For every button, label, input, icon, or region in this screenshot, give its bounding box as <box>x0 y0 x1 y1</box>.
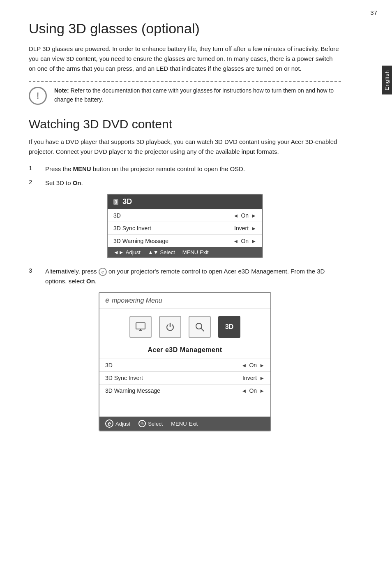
osd-title-text: 3D <box>122 197 132 206</box>
step-3-text: Alternatively, press e on your projector… <box>45 266 341 286</box>
osd-footer-1: ◄► Adjust ▲▼ Select MENU Exit <box>108 247 262 257</box>
emp-value-sync: Invert ► <box>242 375 265 381</box>
note-icon: ! <box>29 87 47 105</box>
e-button-icon: e <box>99 268 107 276</box>
emp-title-text: mpowering Menu <box>112 297 162 304</box>
emp-arrow-right-icon: ► <box>259 362 265 368</box>
osd-value-warning: ◄ On ► <box>233 238 256 244</box>
emp-footer: e Adjust ◎ Select MENU Exit <box>99 417 270 431</box>
3d-text-icon: 3D <box>225 323 233 331</box>
arrow-right-icon: ► <box>251 213 256 219</box>
emp-select-icon: ◎ <box>138 420 146 427</box>
osd-adjust: ◄► Adjust <box>113 249 141 255</box>
note-box: ! Note: Refer to the documentation that … <box>29 81 341 105</box>
osd-row-3d: 3D ◄ On ► <box>108 209 262 222</box>
empowering-menu: e mpowering Menu <box>99 292 271 431</box>
osd-warning-value: On <box>241 238 249 244</box>
emp-arrow-left-warning-icon: ◄ <box>242 388 247 394</box>
emp-spacer <box>99 397 270 413</box>
step-1: 1 Press the MENU button on the projector… <box>29 164 341 174</box>
osd-title-1: 3 3D <box>108 195 262 209</box>
emp-value-warning: ◄ On ► <box>242 387 265 394</box>
note-label: Note: <box>54 87 69 94</box>
osd-menu-1: 3 3D 3D ◄ On ► 3D Sync Invert Invert ► 3 <box>107 194 263 258</box>
osd-label-3d: 3D <box>113 212 233 219</box>
osd-select: ▲▼ Select <box>148 249 175 255</box>
emp-icon-search <box>189 316 211 338</box>
adjust-arrows-icon: ◄► <box>113 249 124 255</box>
emp-arrow-right-sync-icon: ► <box>259 375 265 381</box>
arrow-left-warning-icon: ◄ <box>233 238 239 244</box>
emp-adjust-label: Adjust <box>115 421 130 427</box>
osd-sync-value: Invert <box>234 225 249 232</box>
emp-icon-power <box>159 316 181 338</box>
svg-line-4 <box>201 328 204 331</box>
emp-menu-label: MENU <box>171 421 187 427</box>
emp-label-3d: 3D <box>105 362 242 368</box>
emp-value-3d: ◄ On ► <box>242 362 265 368</box>
osd-value-sync: Invert ► <box>234 225 256 232</box>
step-2-num: 2 <box>29 178 45 185</box>
emp-select: ◎ Select <box>138 420 163 427</box>
language-tab: English <box>382 66 392 95</box>
osd-row-sync: 3D Sync Invert Invert ► <box>108 222 262 234</box>
step-2: 2 Set 3D to On. <box>29 178 341 188</box>
step-3: 3 Alternatively, press e on your project… <box>29 266 341 286</box>
osd-value-3d: ◄ On ► <box>233 212 256 219</box>
step-3-num: 3 <box>29 266 45 274</box>
emp-label-warning: 3D Warning Message <box>105 387 242 394</box>
emp-row-3d: 3D ◄ On ► <box>99 359 270 371</box>
emp-arrow-left-icon: ◄ <box>242 362 247 368</box>
menu-label: MENU <box>182 249 198 255</box>
emp-sync-value: Invert <box>242 375 257 381</box>
emp-icons-row: 3D <box>99 308 270 343</box>
e-italic-icon: e <box>105 296 109 305</box>
svg-rect-0 <box>136 323 145 329</box>
emp-title: e mpowering Menu <box>99 293 270 308</box>
arrow-right-sync-icon: ► <box>251 225 256 232</box>
emp-e-icon: e <box>105 419 113 428</box>
emp-exit: MENU Exit <box>171 421 198 427</box>
select-arrows-icon: ▲▼ <box>148 249 159 255</box>
emp-label-sync: 3D Sync Invert <box>105 375 242 381</box>
osd-3d-value: On <box>241 212 249 219</box>
step-1-text: Press the MENU button on the projector r… <box>45 164 245 174</box>
step-1-num: 1 <box>29 164 45 171</box>
emp-3d-value: On <box>249 362 257 368</box>
emp-adjust: e Adjust <box>105 419 130 428</box>
emp-management-label: Acer e3D Management <box>99 343 270 359</box>
step-2-text: Set 3D to On. <box>45 178 83 188</box>
section2-title: Watching 3D DVD content <box>29 117 341 131</box>
note-content: Refer to the documentation that came wit… <box>54 87 334 103</box>
section1-title: Using 3D glasses (optional) <box>29 21 341 37</box>
adjust-label: Adjust <box>126 249 141 255</box>
emp-row-warning: 3D Warning Message ◄ On ► <box>99 384 270 397</box>
page-number: 37 <box>370 9 377 16</box>
emp-warning-value: On <box>249 387 257 394</box>
arrow-left-icon: ◄ <box>233 213 239 219</box>
emp-icon-3d: 3D <box>218 316 240 338</box>
emp-select-label: Select <box>148 421 163 427</box>
emp-row-sync: 3D Sync Invert Invert ► <box>99 371 270 384</box>
osd-3d-icon: 3 <box>113 199 118 205</box>
note-text: Note: Refer to the documentation that ca… <box>54 86 341 104</box>
osd-row-warning: 3D Warning Message ◄ On ► <box>108 234 262 247</box>
osd-label-sync: 3D Sync Invert <box>113 225 234 232</box>
arrow-right-warning-icon: ► <box>251 238 256 244</box>
emp-exit-label: Exit <box>189 421 198 427</box>
section1-intro: DLP 3D glasses are powered. In order to … <box>29 44 341 74</box>
steps-list: 1 Press the MENU button on the projector… <box>29 164 341 431</box>
exit-label: Exit <box>200 249 209 255</box>
osd-exit: MENU Exit <box>182 249 209 255</box>
emp-icon-display <box>129 316 152 338</box>
section2-intro: If you have a DVD player that supports 3… <box>29 137 341 157</box>
emp-arrow-right-warning-icon: ► <box>259 388 265 394</box>
osd-label-warning: 3D Warning Message <box>113 238 233 244</box>
select-label: Select <box>160 249 175 255</box>
